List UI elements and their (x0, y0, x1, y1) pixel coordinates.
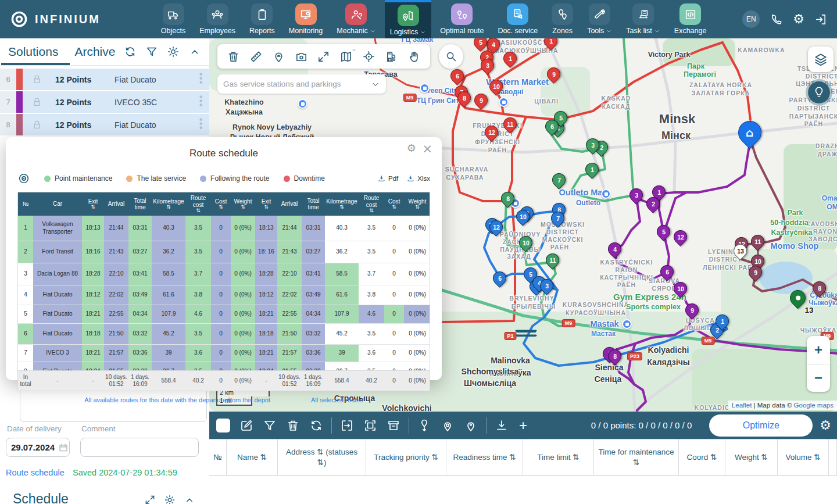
date-of-delivery-field[interactable]: 29.07.2024 (6, 438, 70, 457)
points-column-time-for-maintenance-[interactable]: Time for maintenance ⇅ (594, 439, 679, 475)
route-row[interactable]: 3Dacia Logan 8818:2822:1003:4158.53.700 … (18, 263, 430, 285)
filter-icon[interactable] (145, 45, 158, 58)
trash-icon[interactable] (286, 419, 300, 432)
comment-field[interactable] (80, 438, 199, 457)
gear-icon[interactable] (164, 494, 176, 504)
poi-icon[interactable] (420, 83, 430, 93)
split-icon[interactable] (340, 419, 354, 432)
settings-gear-icon[interactable]: ⚙ (793, 13, 804, 26)
mapq-icon[interactable] (339, 50, 353, 63)
trash-icon[interactable] (227, 50, 240, 63)
gas-stations-dropdown[interactable]: Gas service stations and parkings (217, 74, 386, 94)
pin-icon[interactable] (464, 419, 478, 432)
nav-item-objects[interactable]: Objects (156, 0, 191, 38)
column-header-total-time[interactable]: Total time (302, 192, 325, 216)
nav-item-reports[interactable]: Reports (244, 0, 280, 38)
column-header-route-cost[interactable]: Route cost⇅ (359, 192, 384, 216)
column-header-weight[interactable]: Weight⇅ (231, 192, 255, 216)
route-row[interactable]: 5Fiat Ducato18:2122:5504:34107.94.600 (0… (18, 305, 430, 324)
pinring-icon[interactable] (441, 419, 455, 432)
solution-row[interactable]: 712 PointsIVECO 35C••• (0, 91, 209, 113)
hand-icon[interactable] (407, 50, 421, 63)
points-column--[interactable]: № (209, 439, 227, 475)
nav-item-exchange[interactable]: Exchange (669, 0, 712, 38)
route-row[interactable]: 1Volkswagen Transporter18:1321:4403:3140… (18, 216, 430, 241)
column-header-kilometrage[interactable]: Kilometrage⇅ (152, 192, 185, 216)
route-row[interactable]: 2Ford Transit18:1621:4303:2736.23.500 (0… (18, 241, 430, 263)
route-row[interactable]: 4Fiat Ducato18:1222:0203:4961.63.800 (0%… (18, 285, 430, 305)
logout-icon[interactable] (814, 13, 828, 26)
nav-item-logistics[interactable]: Logistics (385, 0, 432, 38)
funnel-icon[interactable] (263, 419, 277, 432)
fuel-icon[interactable] (385, 50, 398, 63)
map-layers-button[interactable] (808, 47, 834, 72)
points-column-volume-[interactable]: Volume ⇅ (778, 439, 829, 475)
column-header-cost[interactable]: Cost⇅ (384, 192, 404, 216)
points-column-address-statuses-[interactable]: Address ⇅ (statuses ⇅) (278, 439, 366, 475)
column-header-weight[interactable]: Weight⇅ (404, 192, 431, 216)
route-row[interactable]: 6Fiat Ducato18:1821:5003:3245.23.500 (0%… (18, 324, 430, 345)
points-column-readiness-time-[interactable]: Readiness time ⇅ (446, 439, 523, 475)
archive-icon[interactable] (387, 419, 400, 432)
poi-icon[interactable] (298, 99, 307, 109)
download-icon[interactable] (495, 419, 509, 432)
google-maps-link[interactable]: Google maps (794, 402, 834, 409)
phone-icon[interactable] (770, 13, 783, 26)
drag-handle[interactable] (516, 331, 536, 337)
gear-icon[interactable] (167, 45, 180, 58)
nav-item-zones[interactable]: Zones (546, 0, 578, 38)
column-header-cost[interactable]: Cost⇅ (211, 192, 231, 216)
row-menu-icon[interactable]: ••• (198, 73, 203, 85)
brand[interactable]: INFINIUM (0, 9, 125, 29)
camera-icon[interactable] (295, 50, 308, 63)
map-hint-button[interactable] (806, 79, 832, 106)
route-row[interactable]: 7IVECO 318:2121:5703:36393.600 (0%)18:21… (18, 345, 430, 362)
column-header-exit[interactable]: Exit⇅ (255, 192, 277, 216)
nav-item-monitoring[interactable]: Monitoring (284, 0, 328, 38)
zoom-in-button[interactable]: + (807, 336, 830, 364)
column-header--[interactable]: № (18, 192, 33, 216)
points-column-name-[interactable]: Name ⇅ (227, 439, 278, 475)
column-header-total-time[interactable]: Total time (128, 192, 152, 216)
frame-icon[interactable] (363, 419, 377, 432)
points-column-tracking-priority-[interactable]: Tracking priority ⇅ (366, 439, 446, 475)
nav-item-doc-service[interactable]: Doc. service (492, 0, 543, 38)
points-column-coord-[interactable]: Coord ⇅ (679, 439, 725, 475)
column-header-route-cost[interactable]: Route cost⇅ (185, 192, 211, 216)
optimize-button[interactable]: Optimize (709, 414, 813, 437)
nav-item-employees[interactable]: Employees (194, 0, 241, 38)
footer-link[interactable]: All selected routes (311, 396, 363, 403)
nav-item-optimal-route[interactable]: Optimal route (435, 0, 489, 38)
expand-icon[interactable] (317, 50, 330, 63)
ruler-icon[interactable] (249, 50, 263, 63)
points-column-time-limit-[interactable]: Time limit ⇅ (523, 439, 594, 475)
poi-icon[interactable] (601, 189, 611, 199)
nav-item-mechanic[interactable]: Mechanic (331, 0, 381, 38)
modal-close-icon[interactable]: × (422, 142, 432, 156)
add-icon[interactable]: + (519, 419, 527, 432)
export-xlsx-button[interactable]: Xlsx (406, 174, 430, 183)
tab-solutions[interactable]: Solutions (0, 45, 66, 59)
poi-icon[interactable] (622, 319, 632, 329)
zoom-out-button[interactable]: − (807, 364, 830, 392)
pindown-icon[interactable] (417, 419, 431, 432)
gear-icon[interactable]: ⚙ (820, 419, 831, 432)
map-search-button[interactable] (439, 44, 463, 69)
modal-settings-icon[interactable]: ⚙ (407, 143, 416, 153)
column-header-exit[interactable]: Exit⇅ (82, 192, 104, 216)
expand-icon[interactable] (144, 494, 156, 504)
pincar-icon[interactable] (272, 50, 285, 63)
crosshair-icon[interactable] (362, 50, 375, 63)
chevron-up-icon[interactable] (188, 45, 201, 58)
chevron-up-icon[interactable] (184, 494, 195, 504)
nav-item-task-list[interactable]: Task list (621, 0, 665, 38)
visibility-icon[interactable] (17, 172, 30, 185)
row-menu-icon[interactable]: ••• (198, 119, 203, 130)
points-column-weight-[interactable]: Weight ⇅ (725, 439, 778, 475)
nav-item-tools[interactable]: Tools (582, 0, 617, 38)
export-pdf-button[interactable]: Pdf (377, 174, 398, 183)
refresh-icon[interactable] (124, 45, 137, 58)
leaflet-link[interactable]: Leaflet (732, 402, 752, 409)
column-header-arrival[interactable]: Arrival (277, 192, 302, 216)
edit-icon[interactable] (239, 419, 253, 432)
